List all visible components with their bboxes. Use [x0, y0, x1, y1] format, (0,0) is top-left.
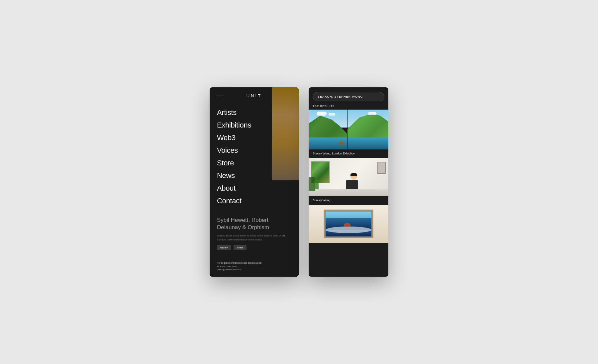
painting-3 [309, 205, 388, 243]
press-enquiries-label: For all press enquiries please contact u… [217, 262, 291, 264]
top-results-label: TOP RESULTS [309, 101, 388, 110]
artist-photo [309, 158, 388, 196]
nav-item-store[interactable]: Store [217, 157, 299, 169]
person-head [350, 173, 357, 180]
nav-item-voices[interactable]: Voices [217, 144, 299, 157]
right-phone: SEARCH: STEPHEN WONG TOP RESULTS [309, 87, 388, 277]
email-address: press@unitlondon.com [217, 268, 291, 271]
nav-item-news[interactable]: News [217, 169, 299, 182]
nav-item-artists[interactable]: Artists [217, 106, 299, 119]
nav-item-exhibitions[interactable]: Exhibitions [217, 119, 299, 132]
search-bar[interactable]: SEARCH: STEPHEN WONG [313, 92, 384, 101]
result-label-2: Stacey Wong [309, 196, 388, 204]
phone-number: +44 020 7494 2035 [217, 265, 291, 268]
exhibition-description: Sura Medura could have its roots in the … [217, 234, 291, 242]
wave-white [326, 227, 371, 233]
logo: UNIT [247, 93, 262, 98]
hamburger-line-1 [216, 96, 224, 96]
left-phone: UNIT Artists Exhibitions Web3 Voices Sto… [210, 87, 299, 277]
left-phone-footer: For all press enquiries please contact u… [210, 258, 299, 277]
wall-painting-right [377, 162, 386, 174]
gallery-button[interactable]: Gallery [217, 245, 231, 250]
result-image-1 [309, 110, 388, 149]
exhibition-buttons: Gallery Share [217, 245, 291, 250]
devices-container: UNIT Artists Exhibitions Web3 Voices Sto… [210, 87, 388, 277]
navigation-menu: Artists Exhibitions Web3 Voices Store Ne… [210, 103, 299, 207]
result-card-2[interactable]: Stacey Wong [309, 158, 388, 204]
result-card-3[interactable] [309, 205, 388, 243]
nav-item-web3[interactable]: Web3 [217, 132, 299, 144]
hamburger-icon[interactable] [216, 96, 224, 96]
landscape-painting [309, 110, 388, 149]
left-phone-header: UNIT [210, 87, 299, 103]
nav-item-about[interactable]: About [217, 182, 299, 195]
framed-artwork [325, 211, 372, 237]
nav-item-contact[interactable]: Contact [217, 195, 299, 207]
search-text: SEARCH: STEPHEN WONG [318, 95, 363, 98]
exhibition-title: Sybil Hewett, Robert Delaunay & Orphism [217, 217, 291, 231]
exhibition-content: Sybil Hewett, Robert Delaunay & Orphism … [210, 217, 299, 250]
result-card-1[interactable]: Stacey Wong, London Exhibtion [309, 110, 388, 157]
result-label-1: Stacey Wong, London Exhibtion [309, 149, 388, 157]
share-button[interactable]: Share [234, 245, 247, 250]
